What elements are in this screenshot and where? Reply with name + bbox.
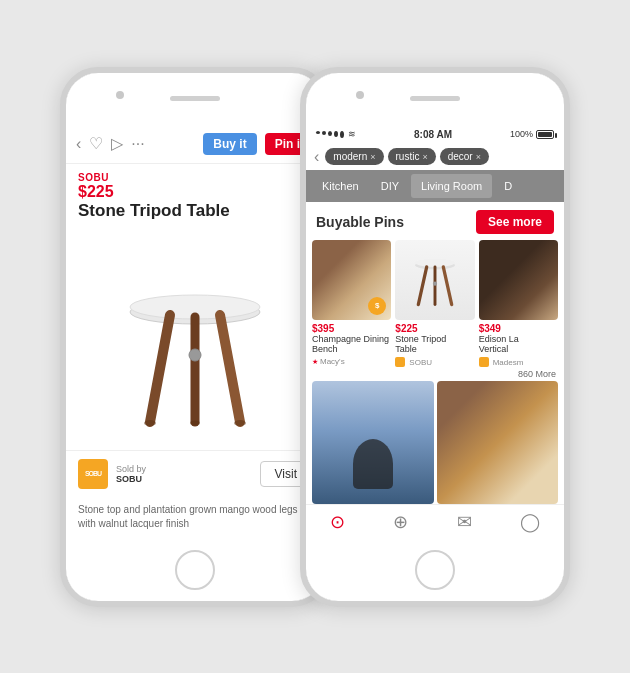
phones-container: ‹ ♡ ▷ ··· Buy it Pin it SOBU $225 Stone … [45, 67, 585, 607]
seller-name-madesm: Madesm [493, 358, 524, 367]
pin-img-tripod [395, 240, 474, 320]
svg-point-6 [144, 420, 156, 426]
filter-tag-modern[interactable]: modern × [325, 148, 383, 165]
pin-name-tripod: Stone TripodTable [395, 334, 474, 356]
pin-seller-dining: ★ Macy's [312, 357, 391, 366]
cat-tab-more[interactable]: D [494, 174, 522, 198]
product-info: SOBU $225 Stone Tripod Table [66, 164, 324, 225]
phone-speaker-2 [410, 96, 460, 101]
phone-1-bottom-bezel [66, 539, 324, 601]
svg-point-8 [190, 421, 200, 426]
more-icon[interactable]: ··· [131, 135, 144, 153]
svg-point-7 [234, 420, 246, 426]
grid-img-chair[interactable] [312, 381, 434, 503]
send-icon[interactable]: ▷ [111, 134, 123, 153]
cat-tab-living-room[interactable]: Living Room [411, 174, 492, 198]
tag-label-decor: decor [448, 151, 473, 162]
pin-price-lamp: $349 [479, 323, 558, 334]
product-image [66, 225, 324, 450]
star-icon: ★ [312, 358, 318, 366]
tab-profile-icon[interactable]: ◯ [520, 511, 540, 533]
svg-line-11 [418, 267, 426, 305]
battery-icon [536, 130, 554, 139]
buyable-title: Buyable Pins [316, 214, 404, 230]
pin-img-dining: $ [312, 240, 391, 320]
back-icon[interactable]: ‹ [76, 135, 81, 153]
home-button[interactable] [175, 550, 215, 590]
pin-seller-lamp: Madesm [479, 357, 558, 367]
svg-point-14 [433, 282, 437, 286]
brand-name: SOBU [78, 172, 312, 183]
phone-1-top-bezel [66, 73, 324, 125]
pins-row: $ $395 Champagne DiningBench ★ Macy's [306, 240, 564, 374]
status-right: 100% [510, 129, 554, 139]
battery-label: 100% [510, 129, 533, 139]
bottom-grid [306, 381, 564, 503]
pin-price-tripod: $225 [395, 323, 474, 334]
phone-1-screen: ‹ ♡ ▷ ··· Buy it Pin it SOBU $225 Stone … [66, 125, 324, 539]
lamp-image [479, 240, 558, 320]
phone-1: ‹ ♡ ▷ ··· Buy it Pin it SOBU $225 Stone … [60, 67, 330, 607]
pin-card-tripod[interactable]: $225 Stone TripodTable SOBU [395, 240, 474, 368]
chair-image [312, 381, 434, 503]
front-camera [116, 91, 124, 99]
pin-img-lamp [479, 240, 558, 320]
phone-2-bottom-bezel [306, 539, 564, 601]
svg-line-2 [150, 315, 170, 422]
pin-price-dining: $395 [312, 323, 391, 334]
pin-seller-tripod: SOBU [395, 357, 474, 367]
search-filter-bar: ‹ modern × rustic × decor × [306, 144, 564, 170]
tripod-image [395, 240, 474, 320]
seller-name-macy: Macy's [320, 357, 345, 366]
category-tabs: Kitchen DIY Living Room D [306, 170, 564, 202]
tag-close-rustic[interactable]: × [422, 152, 427, 162]
tripod-mini-svg [410, 247, 460, 312]
box-icon-2 [479, 357, 489, 367]
battery-fill [538, 132, 552, 137]
buyable-header: Buyable Pins See more [306, 202, 564, 240]
wood-image [437, 381, 559, 503]
more-pins-label: 860 More [306, 369, 564, 379]
tag-close-modern[interactable]: × [370, 152, 375, 162]
svg-line-12 [443, 267, 451, 305]
svg-line-3 [220, 315, 240, 422]
tab-messages-icon[interactable]: ✉ [457, 511, 472, 533]
seller-info: Sold by SOBU [116, 464, 252, 484]
cat-tab-diy[interactable]: DIY [371, 174, 409, 198]
status-left: ≋ [316, 129, 356, 139]
tag-close-decor[interactable]: × [476, 152, 481, 162]
seller-logo: SOBU [78, 459, 108, 489]
pin-card-dining[interactable]: $ $395 Champagne DiningBench ★ Macy's [312, 240, 391, 368]
buy-it-button[interactable]: Buy it [203, 133, 256, 155]
nav-bar: ‹ ♡ ▷ ··· Buy it Pin it [66, 125, 324, 164]
tab-search-icon[interactable]: ⊕ [393, 511, 408, 533]
filter-tag-decor[interactable]: decor × [440, 148, 489, 165]
pin-card-lamp[interactable]: $349 Edison LaVertical Madesm [479, 240, 558, 368]
phone-2-top-bezel [306, 73, 564, 125]
filter-tag-rustic[interactable]: rustic × [388, 148, 436, 165]
grid-img-wood[interactable] [437, 381, 559, 503]
seller-name: SOBU [116, 474, 252, 484]
home-button-2[interactable] [415, 550, 455, 590]
back-arrow-icon[interactable]: ‹ [314, 148, 319, 166]
product-illustration [115, 237, 275, 437]
dining-image: $ [312, 240, 391, 320]
tab-home-icon[interactable]: ⊙ [330, 511, 345, 533]
product-description: Stone top and plantation grown mango woo… [66, 497, 324, 539]
front-camera-2 [356, 91, 364, 99]
pin-name-lamp: Edison LaVertical [479, 334, 558, 356]
see-more-button[interactable]: See more [476, 210, 554, 234]
cat-tab-kitchen[interactable]: Kitchen [312, 174, 369, 198]
sold-by-label: Sold by [116, 464, 252, 474]
tab-bar: ⊙ ⊕ ✉ ◯ [306, 504, 564, 539]
phone-speaker [170, 96, 220, 101]
product-title: Stone Tripod Table [78, 201, 312, 221]
buyable-pins-section: Buyable Pins See more $ $395 Champagne D… [306, 202, 564, 382]
phone-2: ≋ 8:08 AM 100% ‹ modern × [300, 67, 570, 607]
svg-point-5 [189, 349, 201, 361]
heart-icon[interactable]: ♡ [89, 134, 103, 153]
product-price: $225 [78, 183, 312, 201]
pin-name-dining: Champagne DiningBench [312, 334, 391, 356]
seller-name-sobu: SOBU [409, 358, 432, 367]
wifi-icon: ≋ [348, 129, 356, 139]
